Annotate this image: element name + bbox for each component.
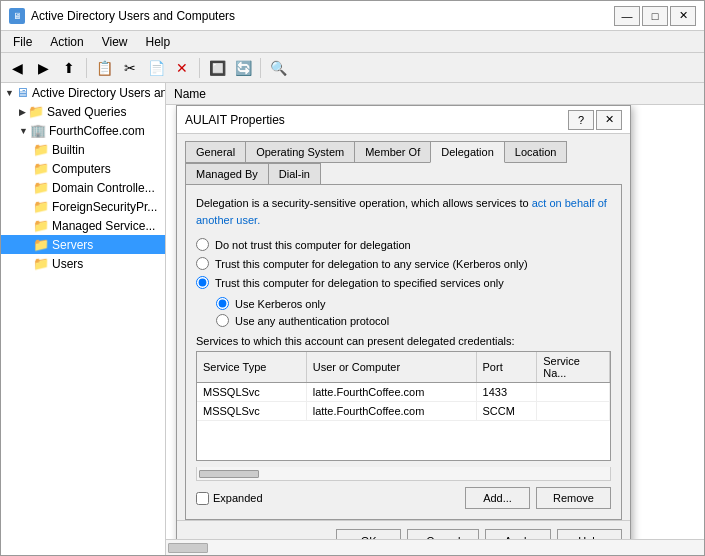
toolbar-separator-2: [199, 58, 200, 78]
radio-no-trust[interactable]: Do not trust this computer for delegatio…: [196, 238, 611, 251]
forward-button[interactable]: ▶: [31, 56, 55, 80]
tree-item-users[interactable]: 📁 Users: [1, 254, 165, 273]
radio-no-trust-input[interactable]: [196, 238, 209, 251]
expand-arrow-fourthcoffee: ▼: [19, 126, 28, 136]
filter-button[interactable]: 🔍: [266, 56, 290, 80]
app-icon: 🖥: [9, 8, 25, 24]
domain-icon: 🏢: [30, 123, 46, 138]
tab-location[interactable]: Location: [504, 141, 568, 163]
bottom-scrollbar[interactable]: [166, 539, 704, 555]
tab-dial-in[interactable]: Dial-in: [268, 163, 321, 185]
folder-icon-builtin: 📁: [33, 142, 49, 157]
checkbox-buttons-row: Expanded Add... Remove: [196, 487, 611, 509]
menu-help[interactable]: Help: [138, 33, 179, 51]
tree-item-foreignsecurity[interactable]: 📁 ForeignSecurityPr...: [1, 197, 165, 216]
up-button[interactable]: ⬆: [57, 56, 81, 80]
title-bar-left: 🖥 Active Directory Users and Computers: [9, 8, 235, 24]
dialog-close-button[interactable]: ✕: [596, 110, 622, 130]
delegation-link[interactable]: act on behalf of another user.: [196, 197, 607, 226]
menu-action[interactable]: Action: [42, 33, 91, 51]
menu-file[interactable]: File: [5, 33, 40, 51]
tree-item-computers[interactable]: 📁 Computers: [1, 159, 165, 178]
root-icon: 🖥: [16, 85, 29, 100]
radio-any-auth[interactable]: Use any authentication protocol: [216, 314, 611, 327]
radio-trust-specified[interactable]: Trust this computer for delegation to sp…: [196, 276, 611, 289]
toolbar-separator-1: [86, 58, 87, 78]
properties-button[interactable]: 🔲: [205, 56, 229, 80]
title-bar: 🖥 Active Directory Users and Computers —…: [1, 1, 704, 31]
tree-item-fourthcoffee[interactable]: ▼ 🏢 FourthCoffee.com: [1, 121, 165, 140]
menu-view[interactable]: View: [94, 33, 136, 51]
col-user-or-computer: User or Computer: [306, 352, 476, 383]
cell-service-type-0: MSSQLSvc: [197, 383, 306, 402]
toolbar: ◀ ▶ ⬆ 📋 ✂ 📄 ✕ 🔲 🔄 🔍: [1, 53, 704, 83]
folder-icon-managed-service: 📁: [33, 218, 49, 233]
close-main-button[interactable]: ✕: [670, 6, 696, 26]
expand-arrow-root: ▼: [5, 88, 14, 98]
tree-label-managed-service: Managed Service...: [52, 219, 155, 233]
tab-delegation[interactable]: Delegation: [430, 141, 505, 163]
cut-button[interactable]: ✂: [118, 56, 142, 80]
table-row-1[interactable]: MSSQLSvc latte.FourthCoffee.com SCCM: [197, 402, 610, 421]
tree-label-servers: Servers: [52, 238, 93, 252]
tree-item-domain-controllers[interactable]: 📁 Domain Controlle...: [1, 178, 165, 197]
radio-trust-any-label: Trust this computer for delegation to an…: [215, 258, 528, 270]
col-service-type: Service Type: [197, 352, 306, 383]
tab-managed-by[interactable]: Managed By: [185, 163, 269, 185]
dialog-title-bar: AULAIT Properties ? ✕: [177, 106, 630, 134]
cancel-button[interactable]: Cancel: [407, 529, 479, 539]
add-button[interactable]: Add...: [465, 487, 530, 509]
tree-item-builtin[interactable]: 📁 Builtin: [1, 140, 165, 159]
folder-icon-computers: 📁: [33, 161, 49, 176]
menu-bar: File Action View Help: [1, 31, 704, 53]
tree-item-saved-queries[interactable]: ▶ 📁 Saved Queries: [1, 102, 165, 121]
help-button[interactable]: Help: [557, 529, 622, 539]
tab-member-of[interactable]: Member Of: [354, 141, 431, 163]
tab-general[interactable]: General: [185, 141, 246, 163]
tree-item-managed-service[interactable]: 📁 Managed Service...: [1, 216, 165, 235]
cell-user-computer-0: latte.FourthCoffee.com: [306, 383, 476, 402]
services-table-container[interactable]: Service Type User or Computer Port Servi…: [196, 351, 611, 461]
radio-kerberos-only[interactable]: Use Kerberos only: [216, 297, 611, 310]
services-table: Service Type User or Computer Port Servi…: [197, 352, 610, 421]
delegation-description: Delegation is a security-sensitive opera…: [196, 195, 611, 228]
delete-button[interactable]: ✕: [170, 56, 194, 80]
expanded-checkbox[interactable]: [196, 492, 209, 505]
left-panel: ▼ 🖥 Active Directory Users and C ▶ 📁 Sav…: [1, 83, 166, 555]
radio-no-trust-label: Do not trust this computer for delegatio…: [215, 239, 411, 251]
refresh-button[interactable]: 🔄: [231, 56, 255, 80]
scrollbar-thumb: [199, 470, 259, 478]
dialog-help-title-button[interactable]: ?: [568, 110, 594, 130]
cell-port-0: 1433: [476, 383, 537, 402]
back-button[interactable]: ◀: [5, 56, 29, 80]
radio-kerberos-only-input[interactable]: [216, 297, 229, 310]
cell-user-computer-1: latte.FourthCoffee.com: [306, 402, 476, 421]
tree-root[interactable]: ▼ 🖥 Active Directory Users and C: [1, 83, 165, 102]
apply-button[interactable]: Apply: [485, 529, 551, 539]
maximize-button[interactable]: □: [642, 6, 668, 26]
folder-icon-domain-controllers: 📁: [33, 180, 49, 195]
tree-label-builtin: Builtin: [52, 143, 85, 157]
tree-label-saved-queries: Saved Queries: [47, 105, 126, 119]
tree-item-servers[interactable]: 📁 Servers: [1, 235, 165, 254]
minimize-button[interactable]: —: [614, 6, 640, 26]
radio-trust-any-input[interactable]: [196, 257, 209, 270]
title-bar-controls: — □ ✕: [614, 6, 696, 26]
folder-icon-foreignsecurity: 📁: [33, 199, 49, 214]
list-header: Name: [166, 83, 704, 105]
paste-button[interactable]: 📄: [144, 56, 168, 80]
table-horizontal-scrollbar[interactable]: [196, 467, 611, 481]
radio-trust-specified-input[interactable]: [196, 276, 209, 289]
copy-button[interactable]: 📋: [92, 56, 116, 80]
table-row-0[interactable]: MSSQLSvc latte.FourthCoffee.com 1433: [197, 383, 610, 402]
right-area: Name 🖥 AULAIT 🖥 LATTE 🖥 MOCHA: [166, 83, 704, 555]
folder-icon-saved-queries: 📁: [28, 104, 44, 119]
radio-any-auth-input[interactable]: [216, 314, 229, 327]
radio-trust-any[interactable]: Trust this computer for delegation to an…: [196, 257, 611, 270]
ok-button[interactable]: OK: [336, 529, 401, 539]
tab-operating-system[interactable]: Operating System: [245, 141, 355, 163]
remove-button[interactable]: Remove: [536, 487, 611, 509]
dialog-container: AULAIT Properties ? ✕ General Operating …: [176, 105, 631, 539]
tab-content-delegation: Delegation is a security-sensitive opera…: [185, 184, 622, 520]
table-action-buttons: Add... Remove: [465, 487, 611, 509]
